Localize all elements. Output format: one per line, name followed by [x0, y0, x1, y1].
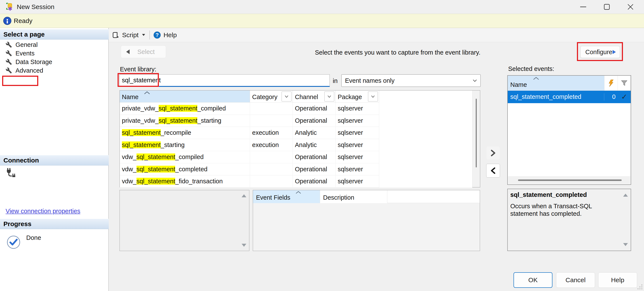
help-button[interactable]: Help: [598, 272, 637, 288]
sidebar-item-label: General: [16, 41, 38, 48]
chevron-down-icon: [284, 95, 289, 98]
category-filter-button[interactable]: [282, 92, 292, 102]
cell-channel: Operational: [293, 175, 336, 188]
sidebar-item-label: Advanced: [16, 67, 43, 74]
column-header-name[interactable]: Name: [120, 90, 250, 102]
cancel-button[interactable]: Cancel: [556, 272, 595, 288]
cell-package: sqlserver: [336, 115, 379, 127]
chevron-left-icon: [490, 167, 496, 174]
selected-events-label: Selected events:: [508, 65, 554, 72]
column-header-event-fields[interactable]: Event Fields: [253, 190, 320, 203]
remove-event-button[interactable]: [486, 164, 500, 178]
svg-text:?: ?: [156, 32, 159, 38]
cell-category: [250, 163, 293, 176]
channel-filter-button[interactable]: [324, 92, 334, 102]
scrollbar-thumb[interactable]: [476, 99, 477, 168]
selected-column-header-enabled[interactable]: [618, 76, 631, 91]
table-row[interactable]: vdw_sql_statement_compiled Operational s…: [120, 151, 472, 163]
cell-channel: Operational: [293, 151, 336, 163]
progress-header: Progress: [0, 219, 109, 229]
configure-button[interactable]: Configure: [580, 46, 620, 58]
column-header-channel[interactable]: Channel: [293, 90, 336, 102]
library-vertical-scrollbar[interactable]: [472, 90, 480, 187]
event-fields-panel: Event Fields Description: [253, 190, 480, 251]
chevron-down-icon: [327, 95, 332, 98]
maximize-button[interactable]: [595, 0, 619, 14]
close-button[interactable]: [619, 0, 642, 14]
filter-funnel-icon: [621, 80, 627, 86]
table-row[interactable]: private_vdw_sql_statement_compiled Opera…: [120, 102, 472, 115]
table-row[interactable]: sql_statement_starting execution Analyti…: [120, 139, 472, 151]
column-header-description[interactable]: Description: [320, 190, 387, 203]
selected-event-row[interactable]: sql_statement_completed 0 ✓: [508, 91, 631, 103]
sidebar-item-data-storage[interactable]: Data Storage: [0, 58, 109, 66]
ok-button[interactable]: OK: [514, 272, 552, 288]
select-a-page-header: Select a page: [0, 29, 109, 40]
status-text: Ready: [14, 14, 32, 28]
chevron-down-icon: [142, 34, 145, 36]
cell-channel: Analytic: [293, 139, 336, 151]
search-scope-value: Event names only: [345, 77, 395, 84]
minimize-button[interactable]: [571, 0, 595, 14]
script-label: Script: [122, 32, 139, 39]
select-back-label: Select: [137, 48, 155, 56]
cell-name: private_vdw_sql_statement_starting: [120, 115, 250, 127]
done-check-icon: [6, 235, 21, 251]
sidebar-item-advanced[interactable]: Advanced: [0, 66, 109, 75]
library-table-body: private_vdw_sql_statement_compiled Opera…: [120, 102, 472, 188]
view-connection-properties-link[interactable]: View connection properties: [6, 208, 80, 215]
event-library-label: Event library:: [120, 66, 156, 73]
cell-package: sqlserver: [336, 151, 379, 163]
selected-column-header-filters[interactable]: [604, 76, 618, 91]
scrollbar-thumb[interactable]: [518, 180, 622, 181]
search-scope-dropdown[interactable]: Event names only: [341, 74, 481, 87]
event-library-table: Name Category Channel Package: [120, 90, 480, 188]
package-filter-button[interactable]: [368, 92, 378, 102]
help-toolbar-button[interactable]: ? Help: [153, 31, 177, 39]
title-bar: ✱ New Session: [0, 0, 644, 14]
cell-channel: Operational: [293, 102, 336, 115]
svg-text:✱: ✱: [8, 6, 12, 11]
wrench-icon: [6, 50, 12, 56]
column-header-category[interactable]: Category: [250, 90, 293, 102]
cell-category: [250, 115, 293, 127]
arrow-right-icon: [612, 50, 616, 54]
help-icon: ?: [153, 31, 161, 39]
add-event-button[interactable]: [486, 146, 500, 160]
resize-grip[interactable]: [637, 284, 643, 290]
toolbar-separator: [150, 30, 150, 40]
selected-column-header-name[interactable]: Name: [508, 76, 604, 91]
chevron-down-icon: [371, 95, 375, 98]
table-row[interactable]: sql_statement_recompile execution Analyt…: [120, 127, 472, 139]
scroll-up-icon[interactable]: [623, 194, 628, 197]
select-back-button[interactable]: Select: [121, 46, 166, 58]
selected-horizontal-scrollbar[interactable]: [508, 176, 630, 184]
chevron-down-icon: [473, 79, 477, 82]
table-row[interactable]: vdw_sql_statement_completed Operational …: [120, 163, 472, 176]
connection-plug-icon: [6, 168, 16, 179]
table-row[interactable]: private_vdw_sql_statement_starting Opera…: [120, 115, 472, 127]
cell-name: vdw_sql_statement_fido_transaction: [120, 175, 250, 188]
in-label: in: [333, 77, 338, 84]
cell-channel: Operational: [293, 115, 336, 127]
sidebar-item-events[interactable]: Events: [0, 49, 109, 58]
column-header-package[interactable]: Package: [336, 90, 379, 102]
wrench-icon: [6, 67, 12, 74]
selected-event-name: sql_statement_completed: [510, 93, 581, 100]
script-icon: [112, 32, 119, 39]
selected-events-table: Name sql_statement_completed 0 ✓: [507, 75, 631, 185]
table-row[interactable]: vdw_sql_statement_fido_transaction Opera…: [120, 175, 472, 188]
cell-category: [250, 175, 293, 188]
sort-ascending-icon: [296, 191, 301, 194]
sidebar-item-general[interactable]: General: [0, 40, 109, 49]
scroll-up-icon[interactable]: [242, 194, 246, 198]
scroll-down-icon[interactable]: [242, 244, 246, 247]
cell-package: sqlserver: [336, 163, 379, 176]
script-button[interactable]: Script: [112, 32, 145, 39]
cell-name: sql_statement_recompile: [120, 127, 250, 139]
cell-channel: Analytic: [293, 127, 336, 139]
scroll-down-icon[interactable]: [623, 243, 628, 246]
event-description-panel: sql_statement_completed Occurs when a Tr…: [507, 189, 631, 251]
new-session-dialog: ✱ New Session Ready Select: [0, 0, 644, 291]
event-library-search-input[interactable]: [120, 74, 330, 87]
